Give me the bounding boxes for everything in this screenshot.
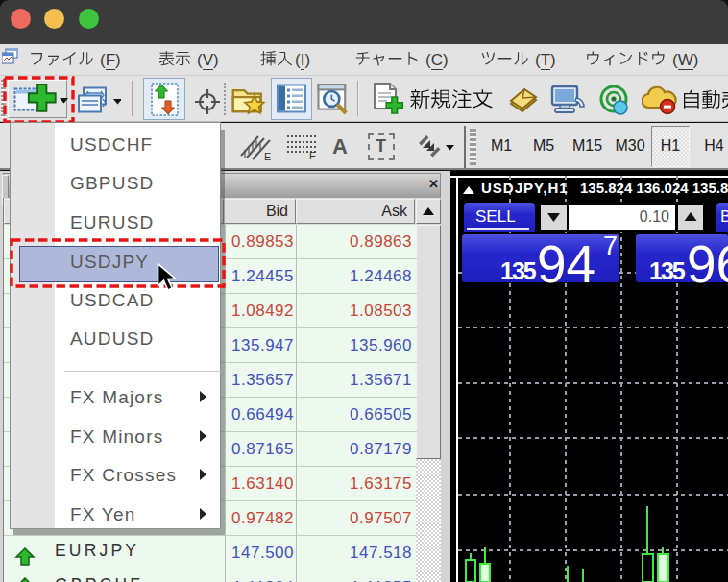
svg-text:F: F bbox=[309, 150, 316, 160]
svg-text:E: E bbox=[264, 151, 271, 161]
